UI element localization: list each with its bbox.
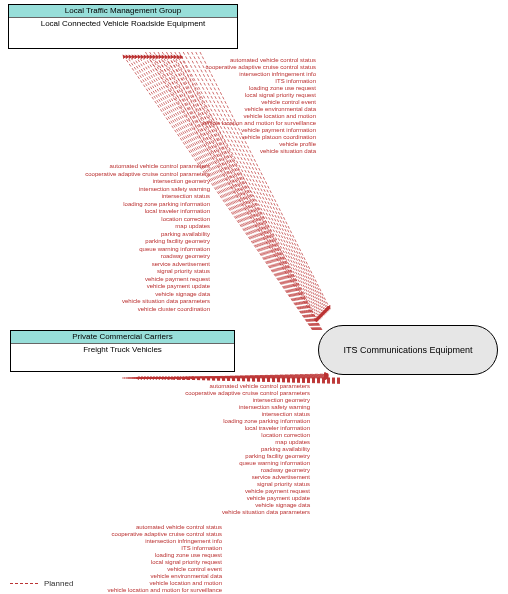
svg-text:automated vehicle control para: automated vehicle control parameters — [210, 383, 310, 389]
svg-text:loading zone use request: loading zone use request — [249, 85, 316, 91]
svg-text:intersection geometry: intersection geometry — [153, 178, 210, 184]
node-name-label: Local Connected Vehicle Roadside Equipme… — [9, 18, 237, 48]
svg-line-26 — [144, 55, 316, 330]
svg-line-4 — [183, 52, 326, 313]
svg-text:vehicle location and motion: vehicle location and motion — [244, 113, 316, 119]
svg-line-45 — [157, 378, 340, 381]
svg-text:cooperative adaptive cruise co: cooperative adaptive cruise control para… — [185, 390, 310, 396]
svg-line-32 — [126, 55, 313, 330]
node-group-label: Private Commercial Carriers — [11, 331, 234, 344]
svg-line-9 — [162, 52, 321, 318]
svg-text:vehicle payment update: vehicle payment update — [247, 495, 311, 501]
svg-text:parking availability: parking availability — [261, 446, 310, 452]
svg-text:loading zone use request: loading zone use request — [155, 552, 222, 558]
svg-line-58 — [140, 376, 328, 379]
svg-text:vehicle payment update: vehicle payment update — [147, 283, 211, 289]
svg-line-12 — [150, 52, 318, 321]
svg-text:loading zone parking informati: loading zone parking information — [123, 201, 210, 207]
svg-line-64 — [128, 377, 328, 378]
svg-text:local signal priority request: local signal priority request — [151, 559, 222, 565]
svg-line-2 — [192, 52, 328, 311]
svg-text:intersection infringement info: intersection infringement info — [145, 538, 222, 544]
svg-text:cooperative adaptive cruise co: cooperative adaptive cruise control stat… — [206, 64, 316, 70]
svg-text:vehicle environmental data: vehicle environmental data — [151, 573, 223, 579]
svg-line-60 — [136, 376, 328, 378]
svg-line-25 — [147, 55, 317, 330]
svg-line-42 — [166, 378, 340, 380]
svg-text:roadway geometry: roadway geometry — [261, 467, 310, 473]
svg-line-47 — [151, 378, 340, 382]
svg-text:vehicle environmental data: vehicle environmental data — [245, 106, 317, 112]
svg-text:vehicle signage data: vehicle signage data — [255, 502, 310, 508]
node-local-cv-roadside: Local Traffic Management Group Local Con… — [8, 4, 238, 49]
svg-line-7 — [171, 52, 323, 316]
svg-line-27 — [141, 55, 316, 330]
svg-line-13 — [145, 52, 317, 322]
svg-line-48 — [148, 378, 340, 382]
svg-line-0 — [200, 52, 330, 309]
svg-text:roadway geometry: roadway geometry — [161, 253, 210, 259]
svg-text:cooperative adaptive cruise co: cooperative adaptive cruise control para… — [85, 171, 210, 177]
svg-text:queue warning information: queue warning information — [239, 460, 310, 466]
svg-line-57 — [142, 375, 328, 378]
svg-text:signal priority status: signal priority status — [157, 268, 210, 274]
svg-line-62 — [132, 377, 328, 378]
svg-text:vehicle profile: vehicle profile — [279, 141, 316, 147]
svg-line-21 — [159, 55, 319, 330]
svg-text:vehicle location and motion fo: vehicle location and motion for surveill… — [202, 120, 317, 126]
svg-line-14 — [180, 55, 322, 330]
svg-line-43 — [163, 378, 340, 381]
svg-line-63 — [130, 377, 328, 378]
svg-text:intersection status: intersection status — [262, 411, 310, 417]
svg-text:loading zone parking informati: loading zone parking information — [223, 418, 310, 424]
svg-line-19 — [165, 55, 320, 330]
svg-line-24 — [150, 55, 317, 330]
node-name-label: ITS Communications Equipment — [343, 345, 472, 355]
svg-line-10 — [158, 52, 320, 319]
node-its-comm-equipment: ITS Communications Equipment — [318, 325, 498, 375]
flow-diagram-svg: automated vehicle control statuscooperat… — [0, 0, 508, 594]
svg-line-20 — [162, 55, 319, 330]
svg-line-37 — [181, 378, 340, 379]
svg-line-1 — [196, 52, 329, 310]
svg-line-28 — [138, 55, 315, 330]
svg-line-5 — [179, 52, 325, 314]
svg-line-53 — [150, 374, 328, 378]
svg-text:vehicle situation data paramet: vehicle situation data parameters — [122, 298, 210, 304]
svg-line-16 — [174, 55, 321, 330]
svg-text:intersection geometry: intersection geometry — [253, 397, 310, 403]
svg-line-51 — [139, 378, 340, 383]
svg-line-55 — [146, 375, 328, 378]
svg-line-49 — [145, 378, 340, 383]
svg-line-59 — [138, 376, 328, 378]
svg-text:ITS information: ITS information — [275, 78, 316, 84]
svg-line-46 — [154, 378, 340, 382]
node-freight-truck: Private Commercial Carriers Freight Truc… — [10, 330, 235, 372]
svg-text:queue warning information: queue warning information — [139, 246, 210, 252]
svg-line-38 — [178, 378, 340, 379]
svg-text:parking facility geometry: parking facility geometry — [145, 238, 210, 244]
svg-text:vehicle payment information: vehicle payment information — [241, 127, 316, 133]
svg-text:intersection status: intersection status — [162, 193, 210, 199]
svg-text:local signal priority request: local signal priority request — [245, 92, 316, 98]
legend-line-icon — [10, 583, 38, 584]
svg-line-56 — [144, 375, 328, 378]
legend-label: Planned — [44, 579, 73, 588]
svg-text:vehicle control event: vehicle control event — [261, 99, 316, 105]
svg-text:ITS information: ITS information — [181, 545, 222, 551]
svg-text:vehicle cluster coordination: vehicle cluster coordination — [138, 306, 210, 312]
svg-line-22 — [156, 55, 318, 330]
svg-line-50 — [142, 378, 340, 383]
svg-line-39 — [175, 378, 340, 380]
svg-line-11 — [154, 52, 319, 320]
svg-text:vehicle platoon coordination: vehicle platoon coordination — [242, 134, 316, 140]
svg-line-61 — [134, 376, 328, 378]
svg-line-15 — [177, 55, 322, 330]
svg-text:vehicle payment request: vehicle payment request — [245, 488, 310, 494]
svg-text:local traveler information: local traveler information — [145, 208, 210, 214]
svg-line-8 — [166, 52, 322, 317]
svg-line-41 — [169, 378, 340, 380]
svg-text:intersection safety warning: intersection safety warning — [239, 404, 310, 410]
svg-line-36 — [184, 378, 340, 379]
svg-text:map updates: map updates — [275, 439, 310, 445]
